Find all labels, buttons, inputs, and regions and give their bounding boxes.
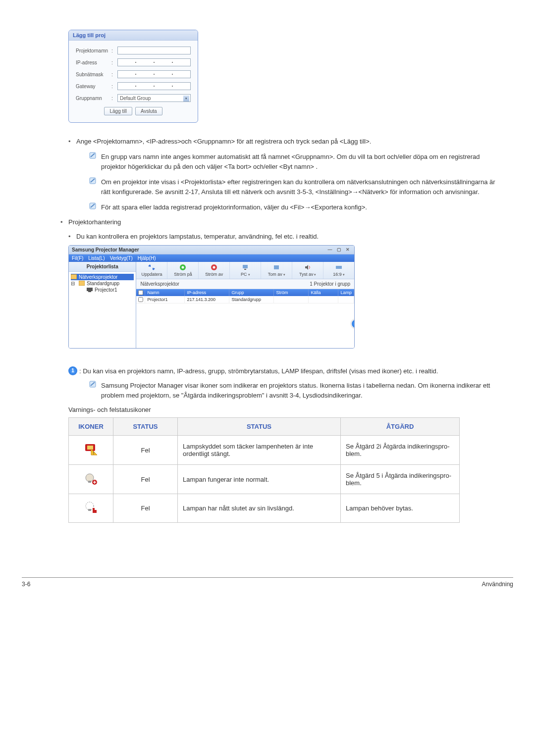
cancel-button[interactable]: Avsluta (135, 107, 162, 115)
svg-rect-17 (87, 446, 93, 450)
projector-tree: Nätverksprojektor ⊟ Standardgrupp Projec… (69, 272, 136, 295)
cell: Lampan behöver bytas. (341, 494, 460, 523)
menu-tools[interactable]: Verktyg(T) (110, 255, 133, 261)
cell (309, 296, 338, 303)
body-text: : Du kan visa en projektors namn, IP-adr… (79, 366, 438, 376)
label-ip: IP-adress (76, 60, 111, 65)
tree-label: Standardgrupp (87, 281, 119, 286)
power-on-button[interactable]: Ström på (167, 262, 199, 279)
folder-icon (71, 274, 77, 279)
projector-name-input[interactable] (117, 47, 191, 54)
svg-rect-23 (88, 509, 91, 511)
close-icon[interactable]: ✕ (344, 247, 351, 252)
svg-point-19 (86, 474, 94, 482)
svg-rect-3 (71, 274, 77, 279)
col-header: Ström (274, 289, 309, 296)
power-off-icon (211, 264, 217, 271)
th-action: ÅTGÄRD (341, 418, 460, 436)
cell: Se Åtgärd 2i Åtgärda indikeringspro-blem… (341, 436, 460, 465)
gateway-input[interactable] (117, 82, 191, 90)
tree-root[interactable]: Nätverksprojektor (71, 274, 134, 280)
window-title: Samsung Projector Manager (72, 247, 139, 252)
toolbar-label: Tyst av (299, 272, 314, 277)
screen-icon (273, 264, 280, 271)
col-header: Namn (145, 289, 185, 296)
svg-rect-12 (244, 269, 246, 270)
add-button[interactable]: Lägg till (104, 107, 132, 115)
subnet-input[interactable] (117, 70, 191, 78)
sidebar-title: Projektorlista (69, 262, 136, 272)
svg-text:!: ! (93, 451, 94, 455)
folder-icon (79, 281, 85, 286)
lamp-life-end-icon (84, 501, 98, 514)
grid-header: Namn IP-adress Grupp Ström Källa Lamp (136, 289, 354, 296)
lamp-cover-error-icon: ! (84, 443, 98, 456)
source-button[interactable]: PC▾ (230, 262, 261, 279)
dialog-title: Lägg till proj (69, 30, 198, 41)
projector-manager-window: Samsung Projector Manager — ▢ ✕ Fil(F) L… (68, 245, 355, 349)
svg-rect-25 (95, 510, 97, 513)
svg-rect-6 (88, 291, 91, 292)
cell: Standardgrupp (229, 296, 274, 303)
body-text: Samsung Projector Manager visar ikoner s… (101, 381, 500, 400)
aspect-button[interactable]: 16:9▾ (323, 262, 354, 279)
th-status1: STATUS (113, 418, 178, 436)
group-select[interactable]: Default Group ▾ (117, 94, 191, 102)
grid-row[interactable]: Projector1 217.141.3.200 Standardgrupp (136, 296, 354, 303)
minimize-icon[interactable]: — (326, 247, 333, 252)
aspect-icon (335, 264, 342, 271)
cell (274, 296, 309, 303)
tree-group[interactable]: ⊟ Standardgrupp (71, 280, 134, 287)
cell: Fel (113, 465, 178, 494)
callout-badge: 1 (351, 319, 355, 328)
cell: Se Åtgärd 5 i Åtgärda indikeringspro-ble… (341, 465, 460, 494)
label-projector-name: Projektornamn (76, 48, 111, 53)
note-icon (89, 381, 101, 400)
toolbar-label: Ström av (205, 272, 223, 277)
menu-file[interactable]: Fil(F) (72, 255, 83, 261)
cell: Fel (113, 436, 178, 465)
menu-list[interactable]: Lista(L) (88, 255, 105, 261)
col-header: Källa (309, 289, 338, 296)
table-row: Fel Lampan har nått slutet av sin livslä… (69, 494, 460, 523)
note-icon (89, 177, 101, 197)
monitor-icon (242, 264, 249, 271)
row-checkbox[interactable] (138, 297, 143, 302)
menu-bar: Fil(F) Lista(L) Verktyg(T) Hjälp(H) (69, 254, 354, 262)
svg-rect-4 (79, 281, 85, 286)
toolbar-label: Uppdatera (141, 272, 162, 277)
blank-button[interactable]: Tom av▾ (261, 262, 292, 279)
bullet-icon: • (68, 138, 76, 145)
toolbar-label: Tom av (268, 272, 282, 277)
cell: 217.141.3.200 (185, 296, 229, 303)
cell: Lampskyddet som täcker lampenheten är in… (178, 436, 341, 465)
maximize-icon[interactable]: ▢ (335, 247, 342, 252)
crumb-count: 1 Projektor i grupp (310, 281, 350, 287)
svg-point-10 (213, 266, 215, 268)
note-icon (89, 202, 101, 212)
tree-item[interactable]: Projector1 (71, 287, 134, 293)
svg-rect-14 (336, 266, 342, 269)
body-text: För att spara eller ladda registrerad pr… (101, 202, 500, 212)
refresh-button[interactable]: Uppdatera (136, 262, 167, 279)
note-icon (89, 152, 101, 171)
table-row: ! Fel Lampskyddet som täcker lampenheten… (69, 436, 460, 465)
col-header: IP-adress (185, 289, 229, 296)
select-all-checkbox[interactable] (138, 290, 143, 295)
cell: Lampan har nått slutet av sin livslängd. (178, 494, 341, 523)
toolbar: Uppdatera Ström på Ström av PC▾ Tom av▾ (136, 262, 354, 279)
svg-rect-13 (274, 265, 279, 269)
body-text: Du kan kontrollera en projektors lampsta… (76, 233, 500, 240)
ip-input[interactable] (117, 58, 191, 66)
mute-button[interactable]: Tyst av▾ (292, 262, 323, 279)
th-icons: IKONER (69, 418, 113, 436)
bullet-icon: • (60, 218, 68, 226)
callout-badge: 1 (68, 366, 77, 375)
menu-help[interactable]: Hjälp(H) (138, 255, 156, 261)
speaker-icon (304, 264, 311, 271)
th-status2: STATUS (178, 418, 341, 436)
power-off-button[interactable]: Ström av (199, 262, 230, 279)
divider (22, 577, 513, 578)
label-group: Gruppnamn (76, 96, 111, 101)
label-subnet: Subnätmask (76, 72, 111, 77)
